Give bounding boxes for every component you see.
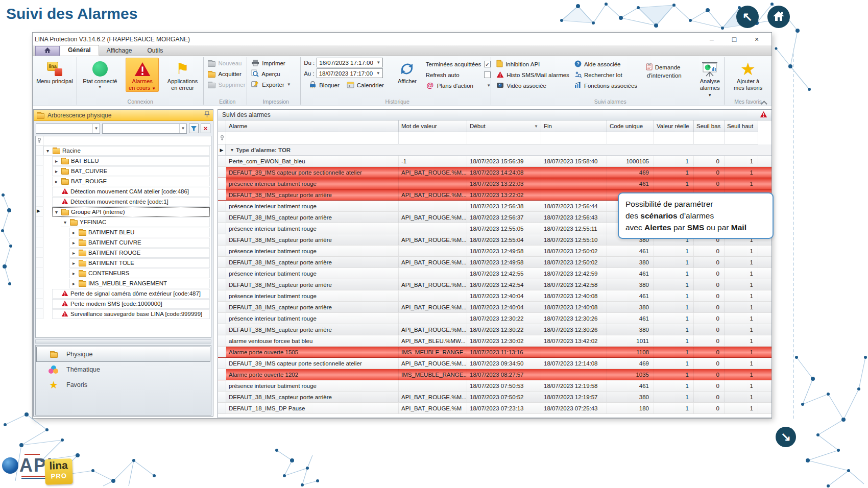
filter-cell[interactable] <box>467 132 541 144</box>
table-row[interactable]: DEFAUT_38_IMS_capteur porte arrièreAPI_B… <box>218 279 771 290</box>
tree-item[interactable]: Détection mouvement entrée [code:1] <box>36 197 211 207</box>
tree-expand-icon[interactable]: ▾ <box>62 219 68 225</box>
exporter-button[interactable]: Exporter▼ <box>251 79 291 90</box>
table-row[interactable]: présence interieur batiment rouge18/07/2… <box>218 268 771 279</box>
plans-daction-button[interactable]: @Plans d'action▼ <box>426 80 491 91</box>
table-group-row[interactable]: ▶ ▾ Type d'alarme: TOR <box>218 144 771 156</box>
ribbon-home-button[interactable] <box>35 46 60 56</box>
tree-item[interactable]: ▶▾Groupe API (interne) <box>36 207 211 217</box>
nav-up-left-button[interactable]: ↖ <box>736 6 759 28</box>
tree-filter-combo-1[interactable]: ▼ <box>36 124 100 134</box>
table-row[interactable]: DEFAUT_38_IMS_capteur porte arrièreAPI_B… <box>218 392 771 403</box>
tree-item[interactable]: ▸BAT BLEU <box>36 156 211 166</box>
chevron-down-icon[interactable]: ▼ <box>179 124 186 133</box>
checkbox-checked-icon[interactable]: ✓ <box>484 61 491 67</box>
chevron-down-icon[interactable]: ▼ <box>92 124 100 133</box>
column-header-mot-de-valeur[interactable]: Mot de valeur <box>399 120 467 132</box>
column-header-valeur-r-elle[interactable]: Valeur réelle <box>654 120 694 132</box>
acquitter-button[interactable]: Acquitter <box>208 68 241 79</box>
tree-item[interactable]: ▸BATIMENT CUIVRE <box>36 237 211 248</box>
nav-item-physique[interactable]: Physique <box>36 347 210 362</box>
table-row[interactable]: Perte_com_EWON_Bat_bleu-118/07/2023 15:5… <box>218 156 771 167</box>
column-header-alarme[interactable]: Alarme <box>226 120 399 132</box>
date-du-input[interactable]: 16/07/2023 17:17:00▼ <box>317 58 383 67</box>
tree-item[interactable]: ▸BATIMENT TOLE <box>36 258 211 268</box>
aide-associee-button[interactable]: ?Aide associée <box>574 59 641 69</box>
histo-sms-mail-button[interactable]: Histo SMS/Mail alarmes <box>496 69 569 80</box>
table-row[interactable]: présence interieur batiment rouge18/07/2… <box>218 246 771 257</box>
video-associee-button[interactable]: Vidéo associée <box>496 80 569 91</box>
column-header-d-but[interactable]: Début▼ <box>467 120 541 132</box>
tree-expand-icon[interactable]: ▸ <box>71 271 77 276</box>
tree-item[interactable]: ▸CONTENEURS <box>36 268 211 278</box>
panel-splitter[interactable] <box>35 339 211 344</box>
table-row[interactable]: DEFAUT_18_IMS_DP PauseAPI_BAT_ROUGE.%M18… <box>218 403 771 414</box>
table-row[interactable]: DEFAUT_39_IMS capteur porte sectionnelle… <box>218 167 771 178</box>
tree-expand-icon[interactable]: ▸ <box>54 179 59 184</box>
tree-item[interactable]: Surveillance sauvegarde base LINA [code:… <box>36 309 211 319</box>
tree-filter-combo-2[interactable]: ▼ <box>102 124 187 134</box>
table-row[interactable]: présence interieur batiment rouge18/07/2… <box>218 178 771 189</box>
close-button[interactable]: × <box>752 35 761 43</box>
filter-cell[interactable] <box>226 132 399 144</box>
tree-item[interactable]: Perte modem SMS [code:1000000] <box>36 299 211 309</box>
calendrier-button[interactable]: Calendrier <box>347 80 384 90</box>
supprimer-button[interactable]: Supprimer <box>208 79 245 90</box>
tree-item[interactable]: ▾YFFINIAC <box>36 217 211 227</box>
group-collapse-icon[interactable]: ▾ <box>231 147 233 153</box>
table-row[interactable]: Alarme porte ouverte 1505IMS_MEUBLE_RANG… <box>218 347 771 358</box>
tab-outils[interactable]: Outils <box>140 46 171 56</box>
tree-expand-icon[interactable]: ▸ <box>71 260 77 266</box>
nouveau-button[interactable]: Nouveau <box>208 58 242 68</box>
checkbox-unchecked-icon[interactable] <box>484 71 491 78</box>
column-header-fin[interactable]: Fin <box>541 120 607 132</box>
nav-down-right-button[interactable]: ↘ <box>776 427 796 447</box>
minimize-button[interactable]: – <box>707 35 716 43</box>
tree-item[interactable]: ▾Racine <box>36 145 211 156</box>
nav-home-button[interactable] <box>767 6 790 28</box>
tree-item[interactable]: ▸BATIMENT BLEU <box>36 227 211 237</box>
fonctions-associees-button[interactable]: Fonctions associées <box>574 80 641 91</box>
tree-expand-icon[interactable]: ▸ <box>71 230 77 235</box>
filter-funnel-button[interactable] <box>189 124 199 133</box>
filter-cell[interactable] <box>725 132 758 144</box>
tree-expand-icon[interactable]: ▸ <box>71 281 77 286</box>
menu-principal-button[interactable]: lina Menu principal <box>33 58 76 85</box>
tree-item[interactable]: ▸BAT_CUIVRE <box>36 166 211 176</box>
etat-connecte-button[interactable]: Etat connecté ▼ <box>80 58 120 90</box>
ajouter-favoris-button[interactable]: ★ Ajouter àmes favoris <box>731 58 765 92</box>
demande-intervention-button[interactable]: Demande <box>646 62 691 72</box>
table-row[interactable]: DEFAUT_38_IMS_capteur porte arrièreAPI_B… <box>218 257 771 268</box>
table-row[interactable]: Alarme porte ouverte 1202IMS_MEUBLE_RANG… <box>218 369 771 380</box>
tab-affichage[interactable]: Affichage <box>99 46 140 56</box>
applications-en-erreur-button[interactable]: ⚑ Applicationsen erreur <box>164 58 201 92</box>
table-row[interactable]: DEFAUT_38_IMS_capteur porte arrièreAPI_B… <box>218 324 771 335</box>
column-header-seuil-bas[interactable]: Seuil bas <box>694 120 725 132</box>
pin-icon[interactable] <box>204 111 210 120</box>
ribbon-collapse-chevron[interactable] <box>761 100 766 104</box>
apercu-button[interactable]: Aperçu <box>251 68 280 79</box>
filter-cell[interactable] <box>541 132 607 144</box>
chevron-down-icon[interactable]: ▼ <box>487 83 491 88</box>
chevron-down-icon[interactable]: ▼ <box>374 60 382 65</box>
tree-item[interactable]: ▸BAT_ROUGE <box>36 176 211 186</box>
table-row[interactable]: présence interieur batiment rouge18/07/2… <box>218 380 771 392</box>
tree-expand-icon[interactable]: ▾ <box>45 148 51 154</box>
tree-item[interactable]: ▸BATIMENT ROUGE <box>36 248 211 258</box>
analyse-alarmes-button[interactable]: Analysealarmes ▼ <box>695 58 724 99</box>
tree-expand-icon[interactable]: ▸ <box>71 240 77 246</box>
tree-item[interactable]: Détection mouvement CAM atelier [code:48… <box>36 186 211 197</box>
terminees-acquittees-checkbox[interactable]: Terminées acquittées✓ <box>426 59 491 69</box>
tree-item[interactable]: ▸IMS_MEUBLE_RANGEMENT <box>36 278 211 288</box>
filter-cell[interactable] <box>654 132 694 144</box>
bloquer-button[interactable]: Bloquer <box>309 80 340 90</box>
tab-general[interactable]: Général <box>60 45 99 56</box>
column-header-seuil-haut[interactable]: Seuil haut <box>725 120 758 132</box>
filter-cell[interactable] <box>607 132 654 144</box>
imprimer-button[interactable]: Imprimer <box>251 58 285 68</box>
table-row[interactable]: alarme ventouse forcee bat bleuAPI_BAT_B… <box>218 335 771 347</box>
filter-cell[interactable] <box>694 132 725 144</box>
maximize-button[interactable]: □ <box>730 35 739 43</box>
tree-expand-icon[interactable]: ▸ <box>71 250 77 256</box>
refresh-auto-checkbox[interactable]: Refresh auto <box>426 69 491 80</box>
